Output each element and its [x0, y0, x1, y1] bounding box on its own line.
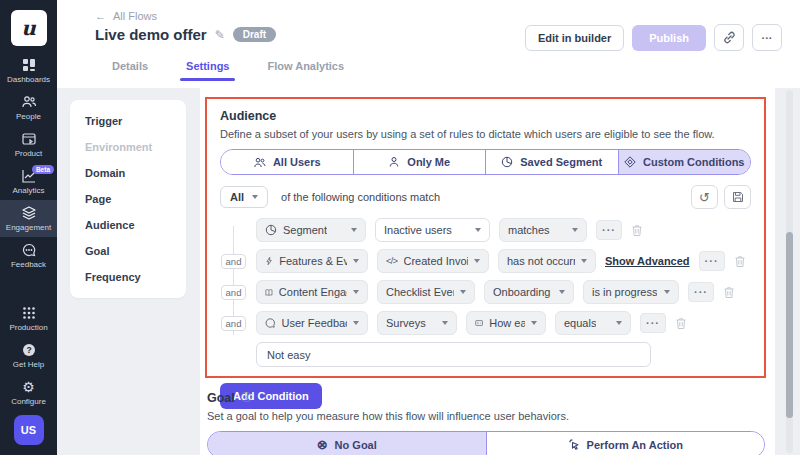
link-icon	[723, 31, 736, 44]
userpilot-logo[interactable]: u	[11, 10, 47, 46]
reset-conditions-button[interactable]: ↺	[691, 185, 718, 209]
chevron-down-icon	[351, 228, 357, 232]
sidebar-item-dashboards[interactable]: Dashboards	[0, 52, 57, 89]
condition-value-select[interactable]: How eas...	[466, 311, 546, 335]
condition-value-select[interactable]: Onboarding	[484, 280, 574, 304]
sidebar-item-get-help[interactable]: ? Get Help	[0, 337, 57, 374]
no-goal-icon: ⊗	[317, 437, 328, 452]
sidebar-item-engagement[interactable]: Engagement	[0, 200, 57, 237]
gear-icon: ⚙	[22, 379, 35, 395]
goal-option-perform-action[interactable]: Perform An Action	[486, 432, 765, 455]
delete-condition-button[interactable]	[631, 224, 643, 237]
segment-label: All Users	[273, 156, 321, 168]
condition-category-select[interactable]: Features & Events	[256, 249, 368, 273]
goal-type-selector: ⊗ No Goal Perform An Action	[207, 431, 765, 455]
sidebar-item-label: People	[16, 112, 41, 121]
match-rule-row: All of the following conditions match ↺	[220, 185, 751, 209]
status-badge: Draft	[233, 27, 276, 42]
sidebar-item-production[interactable]: Production	[0, 300, 57, 337]
goal-option-no-goal[interactable]: ⊗ No Goal	[208, 432, 486, 455]
trash-icon	[723, 286, 735, 299]
match-all-select[interactable]: All	[220, 186, 268, 208]
nav-item-goal[interactable]: Goal	[70, 238, 186, 264]
segment-saved-segment[interactable]: Saved Segment	[485, 150, 618, 174]
condition-field-select[interactable]: </> Created Invoice	[377, 249, 489, 273]
more-options-button[interactable]: ···	[752, 24, 782, 51]
sidebar-item-label: Dashboards	[7, 75, 50, 84]
nav-item-environment: Environment	[70, 134, 186, 160]
nav-item-trigger[interactable]: Trigger	[70, 108, 186, 134]
edit-in-builder-button[interactable]: Edit in builder	[525, 25, 624, 51]
condition-field-select[interactable]: Checklist Events	[377, 280, 475, 304]
condition-operator-select[interactable]: equals	[555, 311, 631, 335]
match-rule-text: of the following conditions match	[281, 191, 440, 203]
chevron-down-icon	[252, 195, 258, 199]
show-advanced-link[interactable]: Show Advanced	[605, 255, 690, 267]
tab-details[interactable]: Details	[112, 60, 148, 81]
condition-category-select[interactable]: Segment	[256, 218, 366, 242]
nav-item-domain[interactable]: Domain	[70, 160, 186, 186]
chevron-down-icon	[353, 259, 359, 263]
sidebar-item-product[interactable]: Product	[0, 126, 57, 163]
edit-title-icon[interactable]: ✎	[215, 28, 225, 42]
copy-link-button[interactable]	[714, 24, 744, 51]
delete-condition-button[interactable]	[723, 286, 735, 299]
info-icon[interactable]: ⓘ	[241, 390, 252, 405]
segment-custom-conditions[interactable]: Custom Conditions	[618, 150, 751, 174]
condition-operator-select[interactable]: matches	[499, 218, 587, 242]
condition-value-input[interactable]	[256, 342, 651, 367]
audience-title: Audience	[220, 109, 751, 123]
pill-label: Content Engagement	[279, 286, 347, 298]
nav-item-audience[interactable]: Audience	[70, 212, 186, 238]
tab-flow-analytics[interactable]: Flow Analytics	[267, 60, 344, 81]
chevron-down-icon	[442, 321, 448, 325]
condition-category-select[interactable]: User Feedback	[256, 311, 368, 335]
condition-category-select[interactable]: Content Engagement	[256, 280, 368, 304]
settings-main-panel: Audience Define a subset of your users b…	[200, 88, 775, 455]
chevron-down-icon	[475, 228, 481, 232]
save-segment-button[interactable]	[724, 185, 751, 209]
sidebar-item-feedback[interactable]: Feedback	[0, 237, 57, 274]
pill-label: Inactive users	[384, 224, 452, 236]
tab-settings[interactable]: Settings	[186, 60, 229, 81]
trash-icon	[631, 224, 643, 237]
condition-operator-select[interactable]: is in progress	[583, 280, 679, 304]
segment-only-me[interactable]: Only Me	[353, 150, 486, 174]
settings-content: Trigger Environment Domain Page Audience…	[57, 88, 800, 455]
condition-operator-select[interactable]: has not occurred	[498, 249, 596, 273]
chevron-down-icon	[664, 290, 670, 294]
segment-label: Only Me	[407, 156, 450, 168]
user-avatar[interactable]: US	[14, 415, 44, 445]
pill-label: equals	[564, 317, 596, 329]
condition-field-select[interactable]: Inactive users	[375, 218, 490, 242]
condition-more-button[interactable]: ···	[640, 313, 666, 333]
custom-conditions-icon	[624, 156, 636, 168]
product-icon	[21, 131, 37, 147]
scrollbar-track[interactable]	[786, 90, 793, 453]
condition-field-select[interactable]: Surveys	[377, 311, 457, 335]
people-icon	[21, 94, 37, 110]
audience-description: Define a subset of your users by using a…	[220, 128, 751, 140]
sidebar-item-configure[interactable]: ⚙ Configure	[0, 374, 57, 411]
segment-label: Saved Segment	[520, 156, 602, 168]
sidebar-item-label: Engagement	[6, 223, 51, 232]
goal-section: Goal ⓘ Set a goal to help you measure ho…	[207, 390, 765, 455]
segment-all-users[interactable]: All Users	[221, 150, 353, 174]
nav-item-page[interactable]: Page	[70, 186, 186, 212]
delete-condition-button[interactable]	[734, 255, 746, 268]
condition-more-button[interactable]: ···	[699, 251, 725, 271]
sidebar-item-analytics[interactable]: Beta Analytics	[0, 163, 57, 200]
delete-condition-button[interactable]	[675, 317, 687, 330]
condition-row: and Content Engagement Checklist Events …	[220, 280, 751, 304]
layers-icon	[21, 205, 37, 221]
match-all-value: All	[230, 191, 244, 203]
condition-more-button[interactable]: ···	[596, 220, 622, 240]
publish-button[interactable]: Publish	[632, 25, 706, 51]
pill-label: is in progress	[592, 286, 657, 298]
back-link[interactable]: ← All Flows	[95, 10, 157, 22]
nav-item-frequency[interactable]: Frequency	[70, 264, 186, 290]
scrollbar-thumb[interactable]	[786, 232, 793, 418]
condition-more-button[interactable]: ···	[688, 282, 714, 302]
sidebar-item-people[interactable]: People	[0, 89, 57, 126]
trash-icon	[734, 255, 746, 268]
